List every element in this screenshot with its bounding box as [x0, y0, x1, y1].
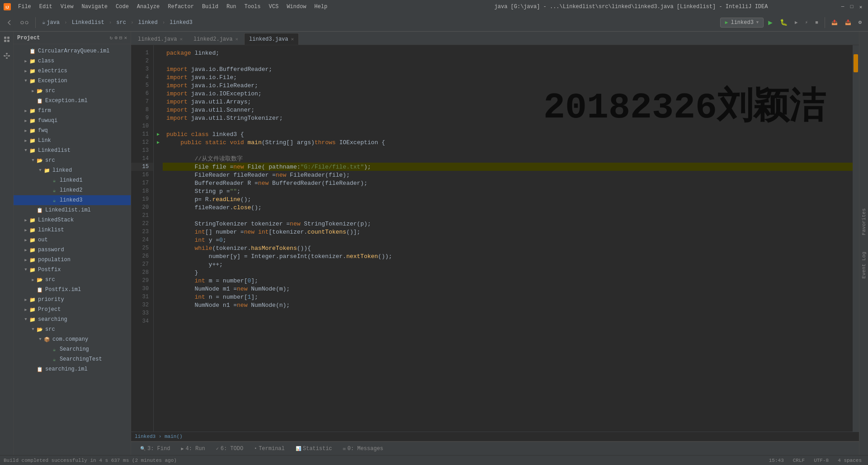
tree-project[interactable]: ▶ 📁 Project — [14, 305, 131, 315]
maximize-button[interactable]: □ — [848, 3, 855, 10]
tree-searching-iml[interactable]: 📋 searching.iml — [14, 364, 131, 374]
tab-linked1-close[interactable]: ✕ — [179, 36, 183, 42]
menu-view[interactable]: View — [57, 3, 77, 11]
bottom-tab-messages[interactable]: ✉ 0: Messages — [338, 444, 389, 454]
run-config[interactable]: ▶ linked3 ▼ — [720, 18, 764, 28]
menu-vcs[interactable]: VCS — [265, 3, 283, 11]
minimize-button[interactable]: ─ — [839, 3, 846, 10]
tree-exception-iml[interactable]: 📋 Exception.iml — [14, 96, 131, 106]
gutter-11[interactable]: ▶ — [154, 130, 163, 138]
tree-linked3[interactable]: ☕ linked3 — [14, 195, 131, 205]
tree-linkedlist-iml[interactable]: 📋 Linkedlist.iml — [14, 205, 131, 215]
tree-password[interactable]: ▶ 📁 password — [14, 245, 131, 255]
close-button[interactable]: ✕ — [857, 3, 864, 10]
tree-exception-src[interactable]: ▶ 📂 src — [14, 86, 131, 96]
tree-searching-class[interactable]: ☕ Searching — [14, 344, 131, 354]
menu-analyze[interactable]: Analyze — [133, 3, 163, 11]
tree-out[interactable]: ▶ 📁 out — [14, 235, 131, 245]
tab-linked1[interactable]: linked1.java ✕ — [133, 33, 188, 45]
structure-icon[interactable] — [1, 50, 13, 61]
toolbar-settings[interactable]: ⚙ — [856, 18, 864, 27]
tree-CircularArrayQueue[interactable]: 📋 CircularArrayQueue.iml — [14, 46, 131, 56]
tree-electrics[interactable]: ▶ 📁 electrics — [14, 66, 131, 76]
project-panel-expand[interactable]: ⊟ — [119, 35, 123, 41]
tree-exception[interactable]: ▼ 📁 Exception — [14, 76, 131, 86]
menu-help[interactable]: Help — [311, 3, 331, 11]
tree-class[interactable]: ▶ 📁 class — [14, 56, 131, 66]
event-log-label[interactable]: Event Log — [861, 248, 867, 282]
tree-firm[interactable]: ▶ 📁 firm — [14, 106, 131, 116]
tree-postfix-src[interactable]: ▶ 📂 src — [14, 275, 131, 285]
favorites-label[interactable]: Favorites — [861, 205, 867, 239]
code-line-25: while(tokenizer.hasMoreTokens()){ — [163, 244, 853, 252]
toolbar-back[interactable] — [4, 18, 15, 27]
menu-window[interactable]: Window — [283, 3, 310, 11]
project-panel-gear[interactable]: ⚙ — [114, 35, 118, 41]
status-line-sep[interactable]: CRLF — [790, 458, 807, 463]
line-num-5: 5 — [131, 81, 153, 89]
code-area[interactable]: 20182326刘颖洁 package linked; import java.… — [163, 45, 853, 432]
status-indent[interactable]: 4 spaces — [835, 458, 864, 463]
bottom-tab-find[interactable]: 🔍 3: Find — [135, 444, 175, 454]
tree-link[interactable]: ▶ 📁 Link — [14, 136, 131, 146]
tree-linked2[interactable]: ☕ linked2 — [14, 185, 131, 195]
tree-searching[interactable]: ▼ 📁 searching — [14, 315, 131, 324]
bottom-tab-run[interactable]: ▶ 4: Run — [175, 444, 210, 454]
gutter-23 — [154, 228, 163, 236]
tree-fuwuqi[interactable]: ▶ 📁 fuwuqi — [14, 116, 131, 126]
run-button[interactable]: ▶ — [765, 17, 775, 28]
tree-linkedlist-src[interactable]: ▼ 📂 src — [14, 155, 131, 165]
menu-navigate[interactable]: Navigate — [78, 3, 111, 11]
gutter: ▶ ▶ — [154, 45, 163, 432]
project-panel-sync[interactable]: ↻ — [110, 35, 113, 41]
tree-linklist[interactable]: ▶ 📁 linklist — [14, 225, 131, 235]
bottom-tab-statistic[interactable]: 📊 Statistic — [290, 444, 338, 454]
tree-postfix[interactable]: ▼ 📁 Postfix — [14, 265, 131, 275]
bc-linked3[interactable]: linked3 — [167, 18, 195, 27]
status-position[interactable]: 15:43 — [766, 458, 787, 463]
profile-button[interactable]: ⚡ — [802, 18, 811, 27]
bc-java[interactable]: ☕ java — [39, 18, 62, 27]
toolbar-nav[interactable] — [17, 18, 32, 27]
menu-refactor[interactable]: Refactor — [164, 3, 198, 11]
tree-fwq[interactable]: ▶ 📁 fwq — [14, 126, 131, 136]
vcs-update[interactable]: 📥 — [842, 18, 854, 27]
tree-linked-folder[interactable]: ▼ 📁 linked — [14, 165, 131, 175]
tree-searching-src[interactable]: ▼ 📂 src — [14, 324, 131, 334]
bottom-tab-todo[interactable]: ✓ 6: TODO — [211, 444, 249, 454]
folder-icon: 📁 — [29, 127, 36, 134]
menu-code[interactable]: Code — [112, 3, 132, 11]
menu-tools[interactable]: Tools — [241, 3, 264, 11]
project-panel-close[interactable]: ✕ — [124, 35, 127, 41]
coverage-button[interactable]: ▶ — [792, 18, 801, 27]
tree-linkedlist[interactable]: ▼ 📁 Linkedlist — [14, 146, 131, 155]
menu-run[interactable]: Run — [223, 3, 240, 11]
bc-linked[interactable]: linked — [136, 18, 160, 27]
stop-button[interactable]: ■ — [812, 19, 821, 27]
vcs-button[interactable]: 📤 — [829, 18, 840, 27]
bottom-tab-terminal[interactable]: ▪ Terminal — [249, 444, 290, 454]
tab-linked3-close[interactable]: ✕ — [291, 36, 294, 42]
tree-com-company[interactable]: ▼ 📦 com.company — [14, 334, 131, 344]
tree-linkedstack[interactable]: ▶ 📁 LinkedStack — [14, 215, 131, 225]
run-config-dropdown[interactable]: ▼ — [756, 20, 759, 25]
tree-searchingtest[interactable]: ☕ SearchingTest — [14, 354, 131, 364]
tab-linked2[interactable]: linked2.java ✕ — [189, 33, 243, 45]
toolbar-sep-2 — [825, 17, 825, 28]
bc-src[interactable]: src — [113, 18, 129, 27]
tab-linked2-close[interactable]: ✕ — [235, 36, 238, 42]
project-icon[interactable] — [1, 33, 13, 45]
gutter-12[interactable]: ▶ — [154, 138, 163, 146]
tree-population[interactable]: ▶ 📁 population — [14, 255, 131, 265]
menu-edit[interactable]: Edit — [36, 3, 56, 11]
debug-button[interactable]: 🐛 — [777, 17, 790, 28]
tree-priority[interactable]: ▶ 📁 priority — [14, 295, 131, 305]
iml-icon: 📋 — [36, 366, 43, 373]
bc-linkedlist[interactable]: Linkedlist — [69, 18, 107, 27]
tree-postfix-iml[interactable]: 📋 Postfix.iml — [14, 285, 131, 295]
menu-build[interactable]: Build — [198, 3, 222, 11]
menu-file[interactable]: File — [14, 3, 35, 11]
tree-linked1[interactable]: ☕ linked1 — [14, 175, 131, 185]
status-encoding[interactable]: UTF-8 — [811, 458, 831, 463]
tab-linked3[interactable]: linked3.java ✕ — [244, 33, 299, 45]
